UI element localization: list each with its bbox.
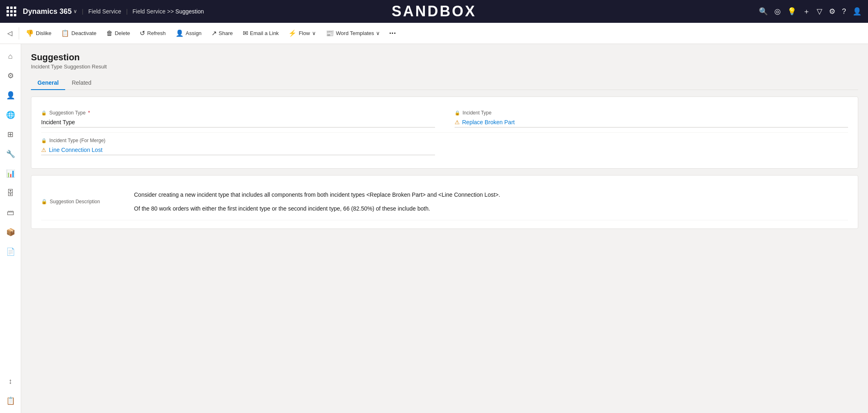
bulb-icon[interactable]: 💡 bbox=[787, 7, 796, 16]
tab-related[interactable]: Related bbox=[65, 76, 98, 90]
target-icon[interactable]: ◎ bbox=[774, 7, 781, 16]
sidebar-item-chart[interactable]: 📊 bbox=[2, 165, 20, 182]
nav-field-service-1[interactable]: Field Service bbox=[88, 8, 121, 15]
help-icon[interactable]: ? bbox=[842, 7, 846, 16]
user-icon[interactable]: 👤 bbox=[853, 7, 861, 16]
app-grid-icon[interactable] bbox=[7, 7, 16, 16]
breadcrumb-field-service[interactable]: Field Service bbox=[132, 8, 165, 15]
incident-type-lock-icon: 🔒 bbox=[455, 110, 460, 116]
refresh-button[interactable]: ↺ Refresh bbox=[136, 27, 170, 40]
back-icon: ◁ bbox=[7, 29, 12, 37]
flow-icon: ⚡ bbox=[288, 29, 297, 37]
share-button[interactable]: ↗ Share bbox=[207, 27, 237, 40]
email-icon: ✉ bbox=[243, 29, 248, 37]
top-navigation: Dynamics 365 ∨ | Field Service | Field S… bbox=[0, 0, 868, 23]
incident-type-merge-lock-icon: 🔒 bbox=[41, 138, 47, 143]
sidebar-item-clipboard[interactable]: 📋 bbox=[2, 392, 20, 410]
assign-button[interactable]: 👤 Assign bbox=[171, 27, 206, 40]
email-link-button[interactable]: ✉ Email a Link bbox=[239, 27, 283, 40]
word-templates-chevron-icon: ∨ bbox=[376, 30, 380, 36]
nav-sep-1: | bbox=[82, 8, 84, 15]
gear-icon[interactable]: ⚙ bbox=[829, 7, 835, 16]
sidebar-item-database[interactable]: 🗄 bbox=[2, 184, 20, 202]
toolbar-back-button[interactable]: ◁ bbox=[3, 27, 16, 40]
dislike-icon: 👎 bbox=[26, 29, 34, 37]
assign-label: Assign bbox=[186, 30, 202, 36]
description-row: 🔒 Suggestion Description Consider creati… bbox=[41, 184, 848, 220]
brand-chevron-icon: ∨ bbox=[73, 9, 77, 14]
description-content: Consider creating a new incident type th… bbox=[134, 190, 848, 213]
plus-icon[interactable]: ＋ bbox=[803, 7, 810, 16]
assign-icon: 👤 bbox=[176, 29, 184, 37]
suggestion-type-lock-icon: 🔒 bbox=[41, 110, 47, 116]
incident-type-merge-label-text: Incident Type (For Merge) bbox=[49, 138, 105, 143]
incident-type-label-text: Incident Type bbox=[463, 110, 492, 116]
sidebar-item-sort[interactable]: ↕ bbox=[2, 372, 20, 390]
deactivate-button[interactable]: 📋 Deactivate bbox=[57, 27, 100, 40]
delete-icon: 🗑 bbox=[106, 30, 113, 37]
breadcrumb: Field Service >> Suggestion bbox=[132, 8, 204, 15]
incident-type-label: 🔒 Incident Type bbox=[455, 110, 848, 116]
page-title: Suggestion bbox=[31, 52, 858, 63]
refresh-icon: ↺ bbox=[140, 29, 145, 37]
form-row-2: 🔒 Incident Type (For Merge) ⚠ Line Conne… bbox=[41, 133, 848, 160]
toolbar-sep-0 bbox=[19, 27, 19, 40]
breadcrumb-current: Suggestion bbox=[176, 8, 204, 15]
suggestion-description-label: 🔒 Suggestion Description bbox=[41, 190, 114, 213]
dislike-label: Dislike bbox=[36, 30, 51, 36]
incident-type-field: 🔒 Incident Type ⚠ Replace Broken Part bbox=[455, 110, 848, 127]
sidebar-item-tools[interactable]: 🔧 bbox=[2, 145, 20, 163]
filter-icon[interactable]: ▽ bbox=[817, 7, 822, 16]
incident-type-link-text: Replace Broken Part bbox=[462, 119, 515, 125]
sidebar-item-box[interactable]: 📦 bbox=[2, 223, 20, 241]
share-icon: ↗ bbox=[211, 29, 217, 37]
nav-sep-2: | bbox=[126, 8, 128, 15]
flow-chevron-icon: ∨ bbox=[312, 30, 316, 36]
sidebar-item-db2[interactable]: 🗃 bbox=[2, 204, 20, 222]
sidebar-item-doc[interactable]: 📄 bbox=[2, 243, 20, 261]
sandbox-label: SANDBOX bbox=[391, 3, 476, 20]
word-templates-label: Word Templates bbox=[336, 30, 374, 36]
incident-type-merge-link-text: Line Connection Lost bbox=[49, 147, 103, 153]
email-link-label: Email a Link bbox=[250, 30, 279, 36]
suggestion-type-required: * bbox=[88, 110, 90, 116]
suggestion-type-field: 🔒 Suggestion Type * Incident Type bbox=[41, 110, 435, 127]
sidebar-item-home[interactable]: ⌂ bbox=[2, 47, 20, 65]
delete-button[interactable]: 🗑 Delete bbox=[102, 27, 134, 40]
form-row-1: 🔒 Suggestion Type * Incident Type 🔒 Inci… bbox=[41, 105, 848, 133]
more-options-button[interactable]: ··· bbox=[386, 27, 399, 40]
incident-type-merge-field: 🔒 Incident Type (For Merge) ⚠ Line Conne… bbox=[41, 138, 435, 155]
top-nav-actions: 🔍 ◎ 💡 ＋ ▽ ⚙ ? 👤 bbox=[759, 7, 861, 16]
incident-type-merge-value[interactable]: ⚠ Line Connection Lost bbox=[41, 145, 435, 155]
sidebar-item-settings[interactable]: ⚙ bbox=[2, 67, 20, 85]
incident-type-warning-icon: ⚠ bbox=[455, 119, 460, 125]
description-lock-icon: 🔒 bbox=[41, 199, 47, 204]
sidebar-item-user[interactable]: 👤 bbox=[2, 86, 20, 104]
flow-label: Flow bbox=[299, 30, 310, 36]
delete-label: Delete bbox=[115, 30, 130, 36]
word-templates-button[interactable]: 📰 Word Templates ∨ bbox=[322, 27, 384, 40]
search-icon[interactable]: 🔍 bbox=[759, 7, 768, 16]
sidebar-item-hierarchy[interactable]: ⊞ bbox=[2, 125, 20, 143]
toolbar: ◁ 👎 Dislike 📋 Deactivate 🗑 Delete ↺ Refr… bbox=[0, 23, 868, 44]
suggestion-type-label-text: Suggestion Type bbox=[49, 110, 86, 116]
main-layout: ⌂ ⚙ 👤 🌐 ⊞ 🔧 📊 🗄 🗃 📦 📄 ↕ 📋 Suggestion Inc… bbox=[0, 44, 868, 413]
share-label: Share bbox=[219, 30, 233, 36]
tabs: General Related bbox=[31, 76, 858, 90]
content-area: Suggestion Incident Type Suggestion Resu… bbox=[21, 44, 868, 413]
refresh-label: Refresh bbox=[147, 30, 166, 36]
sidebar-item-globe[interactable]: 🌐 bbox=[2, 106, 20, 124]
flow-button[interactable]: ⚡ Flow ∨ bbox=[284, 27, 320, 40]
deactivate-label: Deactivate bbox=[71, 30, 96, 36]
suggestion-type-value: Incident Type bbox=[41, 117, 435, 127]
word-templates-icon: 📰 bbox=[326, 29, 334, 37]
incident-type-value[interactable]: ⚠ Replace Broken Part bbox=[455, 117, 848, 127]
description-paragraph-1: Consider creating a new incident type th… bbox=[134, 190, 848, 199]
description-label-text: Suggestion Description bbox=[50, 199, 100, 204]
page-subtitle: Incident Type Suggestion Result bbox=[31, 64, 858, 70]
tab-general[interactable]: General bbox=[31, 76, 65, 90]
incident-type-merge-warning-icon: ⚠ bbox=[41, 147, 46, 153]
brand-name[interactable]: Dynamics 365 ∨ bbox=[23, 7, 77, 16]
dislike-button[interactable]: 👎 Dislike bbox=[22, 27, 55, 40]
form-section-2: 🔒 Suggestion Description Consider creati… bbox=[31, 175, 858, 229]
